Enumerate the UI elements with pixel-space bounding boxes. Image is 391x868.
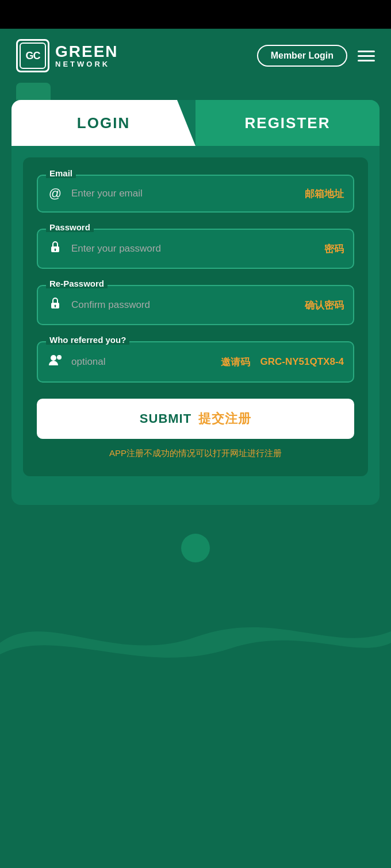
email-field-box: @ 邮箱地址	[37, 175, 354, 213]
submit-label: SUBMIT	[140, 411, 191, 426]
logo-text: GREEN NETWORK	[55, 44, 118, 68]
logo-main-text: GREEN	[55, 44, 118, 60]
email-label: Email	[46, 168, 76, 178]
referral-label: Who referred you?	[46, 335, 129, 345]
repassword-input[interactable]	[71, 299, 297, 311]
logo-icon-border: GC	[16, 39, 49, 72]
main-card: LOGIN REGISTER Email @ 邮箱地址 Password	[12, 100, 379, 505]
password-field-group: Password 密码	[37, 229, 354, 269]
logo-area: GC GREEN NETWORK	[16, 39, 118, 72]
tabs-row: LOGIN REGISTER	[12, 100, 379, 146]
repassword-hint: 确认密码	[305, 299, 344, 312]
hamburger-line-2	[358, 55, 375, 57]
referral-field-group: Who referred you? 邀请码 GRC-NY51QTX8-4	[37, 341, 354, 383]
submit-button[interactable]: SUBMIT 提交注册	[37, 399, 354, 439]
submit-hint: 提交注册	[198, 410, 251, 427]
referral-icon	[47, 353, 63, 371]
repassword-label: Re-Password	[46, 279, 108, 288]
logo-sub-text: NETWORK	[55, 60, 118, 68]
repassword-field-group: Re-Password 确认密码	[37, 285, 354, 325]
member-login-button[interactable]: Member Login	[257, 45, 347, 67]
svg-rect-5	[55, 306, 56, 307]
header: GC GREEN NETWORK Member Login	[0, 29, 391, 83]
repassword-field-box: 确认密码	[37, 285, 354, 325]
header-right: Member Login	[257, 45, 375, 67]
email-icon: @	[47, 186, 63, 201]
small-tab-decoration	[16, 83, 51, 100]
hamburger-menu-button[interactable]	[358, 51, 375, 61]
referral-field-box: 邀请码 GRC-NY51QTX8-4	[37, 341, 354, 383]
tab-login[interactable]: LOGIN	[12, 100, 195, 146]
register-note: APP注册不成功的情况可以打开网址进行注册	[37, 448, 354, 459]
email-field-group: Email @ 邮箱地址	[37, 175, 354, 213]
email-hint: 邮箱地址	[305, 187, 344, 200]
email-input[interactable]	[71, 188, 297, 199]
referral-code: GRC-NY51QTX8-4	[260, 356, 344, 368]
password-input[interactable]	[71, 243, 316, 254]
password-field-box: 密码	[37, 229, 354, 269]
hamburger-line-3	[358, 60, 375, 61]
password-label: Password	[46, 222, 94, 232]
svg-rect-2	[55, 249, 56, 251]
repassword-icon	[47, 296, 63, 314]
form-area: Email @ 邮箱地址 Password 密	[23, 157, 368, 476]
referral-input[interactable]	[71, 356, 213, 368]
tab-register[interactable]: REGISTER	[195, 100, 379, 146]
top-status-bar	[0, 0, 391, 29]
password-hint: 密码	[324, 242, 344, 256]
floating-circle-decoration	[181, 534, 210, 562]
logo-initials: GC	[20, 43, 46, 69]
bottom-area	[0, 522, 391, 683]
wave-decoration	[0, 597, 391, 683]
hamburger-line-1	[358, 51, 375, 52]
svg-point-6	[51, 355, 56, 361]
password-icon	[47, 240, 63, 257]
referral-hint-chinese: 邀请码	[221, 356, 250, 369]
